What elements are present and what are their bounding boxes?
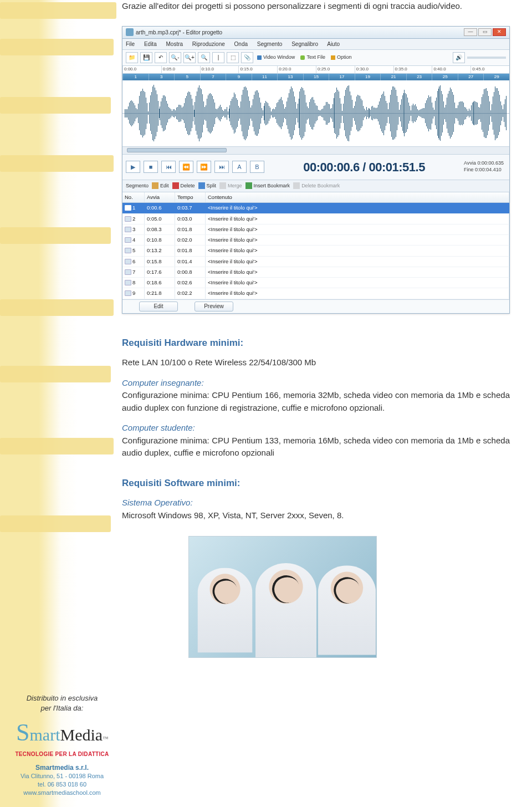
toolbar-button[interactable]: 🔍: [198, 52, 210, 63]
waveform-display[interactable]: [122, 80, 509, 147]
software-title: Requisiti Software minimi:: [122, 476, 510, 491]
menu-item[interactable]: Segnalibro: [291, 41, 318, 47]
footer-address: Via Clitunno, 51 - 00198 Roma: [8, 772, 116, 780]
col-no: No.: [122, 192, 145, 202]
intro-text: Grazie all'editor dei progetti si posson…: [122, 0, 510, 13]
delete-bookmark-button[interactable]: Delete Bookmark: [293, 182, 340, 190]
smartmedia-logo-small: S mart Media ™: [8, 716, 116, 749]
close-button[interactable]: ✕: [493, 28, 506, 36]
edit-segment-button[interactable]: Edit: [152, 182, 169, 190]
delete-segment-button[interactable]: Delete: [172, 182, 195, 190]
menu-item[interactable]: Onda: [234, 41, 248, 47]
next-button[interactable]: ⏭: [214, 161, 229, 173]
ab-b-button[interactable]: B: [250, 161, 264, 173]
toolbar-button[interactable]: 📎: [241, 52, 253, 63]
window-titlebar: arth_mb.mp3.cprj* - Editor progetto — ▭ …: [122, 27, 509, 39]
menu-item[interactable]: Edita: [144, 41, 157, 47]
split-segment-button[interactable]: Split: [198, 182, 217, 190]
segment-toolbar: Segmento Edit Delete Split Merge Insert …: [122, 180, 509, 193]
app-icon: [126, 28, 134, 36]
forward-button[interactable]: ⏩: [197, 161, 211, 173]
transport-bar: ▶ ■ ⏮ ⏪ ⏩ ⏭ A B 00:00:00.6 / 00:01:51.5 …: [122, 155, 509, 180]
maximize-button[interactable]: ▭: [478, 28, 492, 36]
edit-button[interactable]: Edit: [139, 302, 178, 311]
table-row[interactable]: 20:05.00:03.0<Inserire il titolo qui'>: [122, 214, 509, 224]
toolbar-button[interactable]: ⬚: [227, 52, 239, 63]
footer-company: Smartmedia s.r.l.: [8, 763, 116, 772]
footer-tagline: TECNOLOGIE PER LA DIDATTICA: [8, 750, 116, 758]
menu-item[interactable]: Aiuto: [327, 41, 340, 47]
table-row[interactable]: 60:15.80:01.4<Inserire il titolo qui'>: [122, 257, 509, 267]
table-row[interactable]: 40:10.80:02.0<Inserire il titolo qui'>: [122, 235, 509, 246]
footer-tel: tel. 06 853 018 60: [8, 780, 116, 789]
hardware-title: Requisiti Hardware minimi:: [122, 336, 510, 350]
smartmedia-logo-vertical: S mart Media ™: [16, 33, 99, 432]
table-row[interactable]: 70:17.60:00.8<Inserire il titolo qui'>: [122, 267, 509, 278]
ab-a-button[interactable]: A: [232, 161, 247, 173]
table-row[interactable]: 10:00.60:03.7<Inserire il titolo qui'>: [122, 203, 509, 213]
window-title: arth_mb.mp3.cprj* - Editor progetto: [136, 28, 464, 37]
table-row[interactable]: 50:13.20:01.8<Inserire il titolo qui'>: [122, 246, 509, 256]
toolbar-button[interactable]: ↶: [155, 52, 167, 63]
col-avvia: Avvia: [145, 192, 175, 202]
segment-label: Segmento: [126, 182, 149, 190]
os-head: Sistema Operativo:: [122, 497, 510, 509]
toolbar-button[interactable]: 📁: [126, 52, 138, 63]
student-body: Configurazione minima: CPU Pentium 133, …: [122, 435, 510, 459]
volume-icon[interactable]: 🔊: [453, 52, 465, 63]
toolbar-button[interactable]: 🔍+: [183, 52, 196, 63]
insert-bookmark-button[interactable]: Insert Bookmark: [245, 182, 290, 190]
footer-distributor: Distribuito in esclusiva per l'Italia da…: [8, 693, 116, 797]
teacher-body: Configurazione minima: CPU Pentium 166, …: [122, 389, 510, 414]
bottom-toolbar: Edit Preview: [122, 299, 509, 313]
table-row[interactable]: 80:18.60:02.6<Inserire il titolo qui'>: [122, 278, 509, 288]
time-ruler: 0:00.00:05.00:10.0 0:15.00:20.00:25.0 0:…: [122, 66, 509, 74]
rewind-button[interactable]: ⏪: [179, 161, 193, 173]
table-row[interactable]: 90:21.80:02.2<Inserire il titolo qui'>: [122, 288, 509, 299]
time-info: Avvia 0:00:00.635 Fine 0:00:04.410: [464, 160, 506, 173]
student-head: Computer studente:: [122, 422, 510, 435]
col-contenuto: Contenuto: [206, 192, 509, 202]
video-window-button[interactable]: Video Window: [255, 54, 296, 62]
teacher-head: Computer insegnante:: [122, 377, 510, 390]
segment-ruler: 135 7911 131517 192123 252729: [122, 74, 509, 80]
toolbar-button[interactable]: 🔍-: [169, 52, 181, 63]
segment-table-header: No. Avvia Tempo Contenuto: [122, 192, 509, 203]
merge-segment-button[interactable]: Merge: [219, 182, 242, 190]
menu-item[interactable]: Mostra: [166, 41, 183, 47]
time-display: 00:00:00.6 / 00:01:51.5: [268, 158, 461, 176]
classroom-photo: [188, 536, 377, 658]
option-button[interactable]: Option: [329, 54, 354, 62]
toolbar: 📁 💾 ↶ 🔍- 🔍+ 🔍 | ⬚ 📎 Video Window Text Fi…: [122, 50, 509, 66]
menu-item[interactable]: Segmento: [257, 41, 283, 47]
minimize-button[interactable]: —: [464, 28, 477, 36]
editor-screenshot: arth_mb.mp3.cprj* - Editor progetto — ▭ …: [122, 26, 510, 314]
footer-website: www.smartmediaschool.com: [8, 789, 116, 797]
decorative-left-rail: S mart Media ™: [0, 0, 111, 807]
prev-button[interactable]: ⏮: [161, 161, 176, 173]
toolbar-button[interactable]: 💾: [140, 52, 152, 63]
waveform-scrollbar[interactable]: [122, 147, 509, 155]
menu-item[interactable]: Riproduzione: [192, 41, 225, 47]
stop-button[interactable]: ■: [144, 161, 158, 173]
hardware-network: Rete LAN 10/100 o Rete Wireless 22/54/10…: [122, 356, 510, 369]
preview-button[interactable]: Preview: [195, 302, 233, 311]
toolbar-button[interactable]: |: [212, 52, 224, 63]
table-row[interactable]: 30:08.30:01.8<Inserire il titolo qui'>: [122, 224, 509, 235]
play-button[interactable]: ▶: [126, 161, 140, 173]
os-body: Microsoft Windows 98, XP, Vista, NT, Ser…: [122, 509, 510, 522]
col-tempo: Tempo: [175, 192, 206, 202]
menu-item[interactable]: File: [126, 41, 135, 47]
text-file-button[interactable]: Text File: [299, 54, 327, 62]
menubar: File Edita Mostra Riproduzione Onda Segm…: [122, 39, 509, 50]
